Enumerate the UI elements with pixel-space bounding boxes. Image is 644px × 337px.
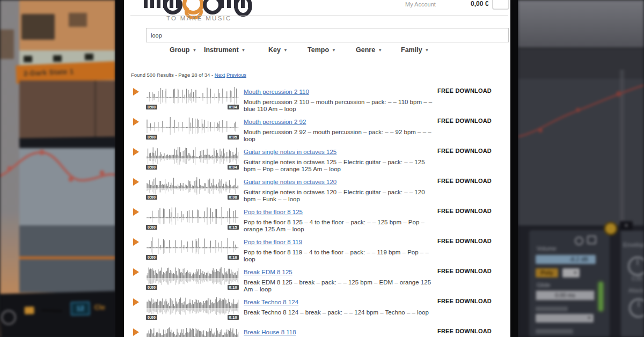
play-button[interactable] bbox=[133, 328, 139, 336]
result-row: 0:00 0:10 Break Techno 8 124 Break Techn… bbox=[124, 294, 510, 324]
results-list: 0:00 0:04 Mouth percussion 2 110 Mouth p… bbox=[124, 84, 510, 337]
results-summary: Found 500 Results - Page 28 of 34 - Next… bbox=[131, 72, 246, 78]
logo-glyph bbox=[234, 0, 252, 17]
bezel-strip bbox=[510, 0, 518, 337]
time-end-badge: 0:04 bbox=[228, 165, 239, 170]
result-info: Pop to the floor 8 125 Pop to the floor … bbox=[244, 207, 436, 233]
free-download-link[interactable]: FREE DOWNLOAD bbox=[437, 118, 492, 124]
waveform[interactable]: 0:00 0:08 bbox=[146, 176, 239, 200]
free-download-link[interactable]: FREE DOWNLOAD bbox=[437, 208, 492, 214]
waveform[interactable] bbox=[146, 326, 239, 337]
time-start-badge: 0:00 bbox=[146, 105, 157, 109]
time-end-badge: 0:16 bbox=[228, 255, 239, 260]
filter-key[interactable]: Key▼ bbox=[268, 46, 288, 54]
waveform[interactable]: 0:00 0:05 bbox=[146, 116, 239, 140]
free-download-link[interactable]: FREE DOWNLOAD bbox=[437, 268, 492, 274]
background-left-daw: 2-Dark State 1 12 Cle bbox=[0, 0, 115, 337]
result-row: 0:00 0:04 Mouth percussion 2 110 Mouth p… bbox=[124, 84, 510, 114]
results-count-text: Found 500 Results - Page 28 of 34 - bbox=[131, 72, 215, 78]
result-title-link[interactable]: Guitar single notes in octaves 120 bbox=[244, 179, 336, 185]
free-download-link[interactable]: FREE DOWNLOAD bbox=[437, 87, 492, 94]
result-description: Guitar single notes in octaves 125 – Ele… bbox=[244, 159, 436, 173]
chevron-down-icon: ▼ bbox=[378, 48, 382, 53]
time-start-badge: 0:00 bbox=[146, 315, 157, 320]
time-start-badge: 0:00 bbox=[146, 135, 157, 140]
chevron-down-icon: ▼ bbox=[425, 48, 429, 53]
result-row: 0:00 0:10 Break EDM 8 125 Break EDM 8 12… bbox=[124, 264, 510, 294]
header-divider bbox=[130, 16, 508, 16]
filter-instrument[interactable]: Instrument▼ bbox=[204, 46, 246, 54]
result-description: Break Techno 8 124 – break – pack: – – 1… bbox=[244, 309, 436, 316]
cart-total: 0,00 € bbox=[471, 0, 488, 8]
waveform[interactable]: 0:00 0:10 bbox=[146, 266, 239, 290]
previous-page-link[interactable]: Previous bbox=[226, 72, 246, 78]
time-end-badge: 0:10 bbox=[228, 285, 239, 290]
content-panel: TO MAKE MUSIC My Account 0,00 € Group▼ I… bbox=[124, 0, 510, 337]
time-end-badge: 0:04 bbox=[228, 105, 239, 109]
result-description: Pop to the floor 8 119 – 4 to the floor … bbox=[244, 249, 436, 263]
time-start-badge: 0:00 bbox=[146, 255, 157, 260]
chevron-down-icon: ▼ bbox=[283, 48, 288, 53]
free-download-link[interactable]: FREE DOWNLOAD bbox=[437, 178, 492, 184]
play-button[interactable] bbox=[133, 148, 139, 156]
play-button[interactable] bbox=[133, 238, 139, 246]
result-row: 0:00 0:16 Pop to the floor 8 119 Pop to … bbox=[124, 234, 510, 264]
result-title-link[interactable]: Break House 8 118 bbox=[244, 329, 296, 335]
play-button[interactable] bbox=[133, 88, 139, 96]
filter-group[interactable]: Group▼ bbox=[170, 46, 196, 54]
search-input[interactable] bbox=[146, 28, 509, 42]
next-page-link[interactable]: Next bbox=[215, 72, 225, 78]
filter-genre[interactable]: Genre▼ bbox=[356, 46, 382, 54]
result-info: Break EDM 8 125 Break EDM 8 125 – break … bbox=[244, 267, 436, 293]
time-start-badge: 0:00 bbox=[146, 165, 157, 170]
result-info: Mouth percussion 2 92 Mouth percussion 2… bbox=[244, 116, 436, 143]
site-logo[interactable] bbox=[144, 0, 257, 14]
time-start-badge: 0:00 bbox=[146, 285, 157, 290]
chevron-down-icon: ▼ bbox=[241, 48, 246, 53]
result-description: Mouth percussion 2 92 – mouth percussion… bbox=[244, 129, 436, 143]
play-button[interactable] bbox=[133, 268, 139, 276]
logo-glyph bbox=[203, 0, 222, 14]
free-download-link[interactable]: FREE DOWNLOAD bbox=[437, 298, 492, 304]
result-title-link[interactable]: Pop to the floor 8 119 bbox=[244, 239, 302, 245]
result-info: Break Techno 8 124 Break Techno 8 124 – … bbox=[244, 297, 436, 316]
result-title-link[interactable]: Break EDM 8 125 bbox=[244, 269, 292, 275]
result-description: Break EDM 8 125 – break – pack: – – 125 … bbox=[244, 279, 436, 293]
free-download-link[interactable]: FREE DOWNLOAD bbox=[437, 328, 492, 334]
bezel-strip bbox=[115, 0, 124, 337]
play-button[interactable] bbox=[133, 298, 139, 306]
free-download-link[interactable]: FREE DOWNLOAD bbox=[437, 148, 492, 154]
waveform[interactable]: 0:00 0:16 bbox=[146, 236, 239, 260]
result-row: 0:00 0:05 Mouth percussion 2 92 Mouth pe… bbox=[124, 114, 510, 144]
waveform[interactable]: 0:00 0:10 bbox=[146, 296, 239, 320]
time-start-badge: 0:00 bbox=[146, 195, 157, 200]
result-info: Guitar single notes in octaves 125 Guita… bbox=[244, 146, 436, 173]
play-button[interactable] bbox=[133, 118, 139, 126]
result-row: 0:00 0:08 Guitar single notes in octaves… bbox=[124, 174, 510, 204]
result-title-link[interactable]: Mouth percussion 2 110 bbox=[244, 89, 309, 95]
free-download-link[interactable]: FREE DOWNLOAD bbox=[437, 238, 492, 244]
filter-family[interactable]: Family▼ bbox=[401, 46, 429, 54]
result-title-link[interactable]: Mouth percussion 2 92 bbox=[244, 119, 306, 125]
filter-tempo[interactable]: Tempo▼ bbox=[308, 46, 336, 54]
waveform[interactable]: 0:00 0:04 bbox=[146, 86, 239, 109]
my-account-link[interactable]: My Account bbox=[405, 1, 436, 8]
result-info: Mouth percussion 2 110 Mouth percussion … bbox=[244, 86, 436, 113]
time-start-badge: 0:00 bbox=[146, 225, 157, 230]
waveform[interactable]: 0:00 0:04 bbox=[146, 146, 239, 170]
result-title-link[interactable]: Guitar single notes in octaves 125 bbox=[244, 149, 336, 155]
result-description: Pop to the floor 8 125 – 4 to the floor … bbox=[244, 219, 436, 233]
result-title-link[interactable]: Pop to the floor 8 125 bbox=[244, 209, 303, 215]
logo-glyph bbox=[163, 0, 182, 14]
dim-overlay bbox=[0, 0, 115, 337]
time-end-badge: 0:08 bbox=[228, 195, 239, 200]
result-description: Guitar single notes in octaves 120 – Ele… bbox=[244, 189, 436, 203]
result-info: Break House 8 118 bbox=[244, 327, 436, 337]
waveform[interactable]: 0:00 0:15 bbox=[146, 206, 239, 230]
play-button[interactable] bbox=[133, 178, 139, 186]
chevron-down-icon: ▼ bbox=[332, 48, 336, 53]
result-title-link[interactable]: Break Techno 8 124 bbox=[244, 299, 298, 305]
cart-icon[interactable] bbox=[492, 0, 509, 10]
play-button[interactable] bbox=[133, 208, 139, 216]
result-info: Pop to the floor 8 119 Pop to the floor … bbox=[244, 237, 436, 263]
